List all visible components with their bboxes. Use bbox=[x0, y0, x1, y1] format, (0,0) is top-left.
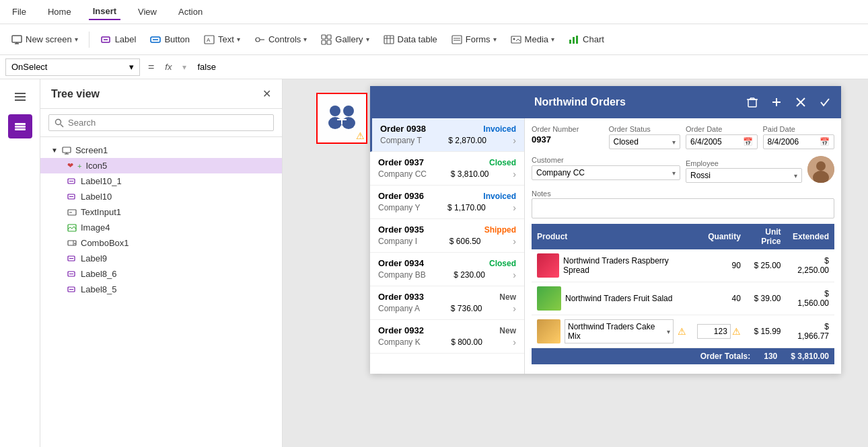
product-3-select[interactable]: Northwind Traders Cake Mix ▾ bbox=[565, 319, 674, 343]
order-0932-num: Order 0932 bbox=[378, 325, 424, 335]
tree-item-image4[interactable]: Image4 bbox=[40, 220, 282, 235]
order-item-0935[interactable]: Order 0935 Shipped Company I $ 606.50 › bbox=[370, 219, 524, 253]
formula-input[interactable] bbox=[194, 62, 863, 72]
label-icon bbox=[100, 34, 112, 46]
order-0933-status: New bbox=[499, 292, 516, 302]
customer-select[interactable]: Company CC ▾ bbox=[532, 165, 680, 180]
order-0933-num: Order 0933 bbox=[378, 292, 424, 302]
order-number-label: Order Number bbox=[532, 125, 604, 133]
sidebar-hamburger[interactable] bbox=[8, 85, 32, 109]
svg-text:▾: ▾ bbox=[74, 241, 76, 245]
tree-item-textinput1[interactable]: TextInput1 bbox=[40, 204, 282, 220]
sidebar-layers[interactable] bbox=[8, 114, 32, 138]
tree-item-combobox1[interactable]: ▾ ComboBox1 bbox=[40, 235, 282, 251]
search-icon bbox=[55, 118, 64, 128]
svg-rect-14 bbox=[322, 40, 326, 44]
svg-rect-15 bbox=[327, 40, 331, 44]
product-3-name-wrapper: Northwind Traders Cake Mix ▾ ⚠ bbox=[537, 319, 686, 343]
menu-view[interactable]: View bbox=[134, 4, 161, 19]
order-item-0937[interactable]: Order 0937 Closed Company CC $ 3,810.00 … bbox=[370, 152, 524, 186]
order-0932-chevron: › bbox=[513, 337, 516, 348]
product-1-image bbox=[537, 253, 559, 278]
formula-selector[interactable]: OnSelect ▾ bbox=[5, 58, 140, 76]
app-header: Northwind Orders bbox=[370, 86, 841, 118]
menu-insert[interactable]: Insert bbox=[89, 3, 120, 20]
paid-date-picker[interactable]: 8/4/2006 📅 bbox=[763, 134, 835, 149]
new-screen-button[interactable]: New screen ▾ bbox=[5, 30, 83, 49]
svg-text:A: A bbox=[207, 37, 211, 43]
employee-portrait bbox=[807, 156, 834, 183]
trash-icon bbox=[746, 96, 758, 108]
text-chevron: ▾ bbox=[237, 36, 240, 43]
controls-chevron: ▾ bbox=[303, 36, 307, 43]
menu-home[interactable]: Home bbox=[44, 4, 75, 19]
order-item-0938[interactable]: Order 0938 Invoiced Company T $ 2,870.00… bbox=[370, 118, 524, 152]
button-button[interactable]: Button bbox=[144, 30, 195, 49]
order-item-0936[interactable]: Order 0936 Invoiced Company Y $ 1,170.00… bbox=[370, 186, 524, 219]
warning-icon-overlay: ⚠ bbox=[356, 130, 365, 141]
tree-item-icon5[interactable]: ❤ + Icon5 bbox=[40, 158, 282, 173]
order-0934-top: Order 0934 Closed bbox=[378, 258, 516, 268]
order-number-value: 0937 bbox=[532, 134, 604, 145]
col-quantity: Quantity bbox=[692, 224, 746, 249]
order-totals-label: Order Totals: bbox=[700, 352, 750, 361]
tree-item-label8-6[interactable]: Label8_6 bbox=[40, 266, 282, 282]
tree-close-button[interactable]: ✕ bbox=[262, 87, 271, 100]
screen-tree-icon bbox=[62, 146, 71, 155]
svg-rect-30 bbox=[15, 128, 26, 130]
product-2-qty: 40 bbox=[692, 282, 746, 315]
notes-input[interactable] bbox=[532, 198, 834, 218]
product-3-qty-input[interactable] bbox=[697, 324, 731, 339]
forms-button[interactable]: Forms ▾ bbox=[445, 30, 502, 49]
product-2-name-cell: Northwind Traders Fruit Salad bbox=[532, 282, 692, 315]
tree-item-label8-5[interactable]: Label8_5 bbox=[40, 282, 282, 297]
label-button[interactable]: Label bbox=[95, 30, 142, 49]
combobox-tree-icon: ▾ bbox=[67, 239, 77, 248]
tree-item-label10[interactable]: Label10 bbox=[40, 189, 282, 204]
customer-label: Customer bbox=[532, 156, 680, 164]
order-0938-amount: $ 2,870.00 bbox=[448, 136, 486, 145]
app-delete-button[interactable] bbox=[743, 93, 762, 112]
tree-item-label9[interactable]: Label9 bbox=[40, 251, 282, 266]
order-item-0934[interactable]: Order 0934 Closed Company BB $ 230.00 › bbox=[370, 253, 524, 286]
datatable-button[interactable]: Data table bbox=[377, 30, 443, 49]
menu-file[interactable]: File bbox=[8, 4, 30, 19]
text-button[interactable]: A Text ▾ bbox=[198, 30, 246, 49]
product-3-qty-cell: ⚠ bbox=[692, 315, 746, 348]
media-btn-label: Media bbox=[525, 34, 548, 44]
controls-button[interactable]: Controls ▾ bbox=[248, 30, 312, 49]
forms-icon bbox=[451, 34, 463, 46]
tree-header: Tree view ✕ bbox=[40, 79, 282, 109]
search-input[interactable] bbox=[68, 118, 268, 128]
menu-action[interactable]: Action bbox=[174, 4, 207, 19]
order-0938-bottom: Company T $ 2,870.00 › bbox=[380, 135, 516, 146]
app-close-button[interactable] bbox=[791, 93, 810, 112]
formula-selector-arrow: ▾ bbox=[129, 62, 134, 72]
controls-btn-label: Controls bbox=[268, 34, 301, 44]
svg-point-54 bbox=[328, 117, 342, 129]
order-0933-bottom: Company A $ 736.00 › bbox=[378, 303, 516, 314]
order-status-select[interactable]: Closed ▾ bbox=[609, 134, 681, 149]
plus-icon bbox=[770, 96, 783, 108]
media-button[interactable]: Media ▾ bbox=[505, 30, 560, 49]
tree-item-label10-1[interactable]: Label10_1 bbox=[40, 173, 282, 189]
order-item-0933[interactable]: Order 0933 New Company A $ 736.00 › bbox=[370, 286, 524, 320]
order-item-0932[interactable]: Order 0932 New Company K $ 800.00 › bbox=[370, 320, 524, 354]
chart-button[interactable]: Chart bbox=[563, 30, 610, 49]
product-row-1: Northwind Traders Raspberry Spread 90 $ … bbox=[532, 249, 834, 282]
tree-item-screen1[interactable]: ▼ Screen1 bbox=[40, 143, 282, 158]
gallery-button[interactable]: Gallery ▾ bbox=[315, 30, 374, 49]
employee-select[interactable]: Rossi ▾ bbox=[686, 168, 802, 183]
label-tree-icon-5 bbox=[67, 285, 77, 294]
app-check-button[interactable] bbox=[816, 93, 834, 112]
media-chevron: ▾ bbox=[551, 36, 554, 43]
text-icon: A bbox=[203, 34, 215, 46]
order-number-field: Order Number 0937 bbox=[532, 125, 604, 149]
product-row-2: Northwind Traders Fruit Salad 40 $ 39.00… bbox=[532, 282, 834, 315]
order-date-picker[interactable]: 6/4/2005 📅 bbox=[686, 134, 758, 149]
screen1-label: Screen1 bbox=[75, 145, 108, 155]
app-add-button[interactable] bbox=[767, 93, 786, 112]
canvas-area: ⚠ Northwind Orders bbox=[283, 79, 868, 447]
order-0932-status: New bbox=[499, 326, 516, 335]
button-icon bbox=[149, 34, 161, 46]
